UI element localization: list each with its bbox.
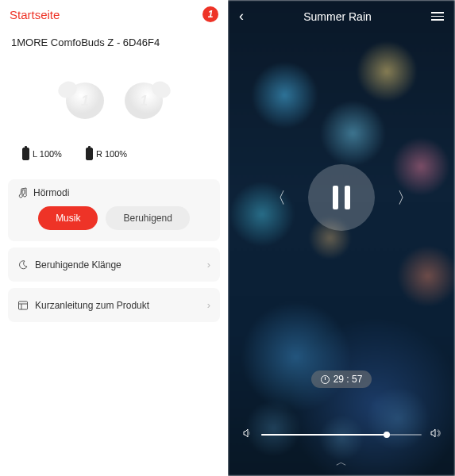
next-button[interactable]: 〉	[397, 187, 413, 209]
mode-buttons: Musik Beruhigend	[17, 206, 210, 233]
volume-up-icon[interactable]	[430, 428, 441, 441]
volume-fill	[261, 434, 387, 436]
soothing-sounds-row[interactable]: Beruhigende Klänge ›	[8, 248, 220, 282]
clock-icon	[321, 375, 330, 384]
sleep-timer[interactable]: 29 : 57	[311, 370, 372, 388]
brand-badge-icon[interactable]: 1	[202, 6, 218, 22]
mode-calm-button[interactable]: Beruhigend	[106, 206, 189, 230]
product-image: 1 1	[0, 48, 228, 140]
left-header: Startseite 1	[0, 0, 228, 29]
guide-icon	[17, 300, 29, 311]
soothing-sounds-label: Beruhigende Klänge	[35, 259, 121, 271]
pause-icon	[333, 186, 350, 209]
svg-text:1: 1	[139, 93, 147, 109]
device-name: 1MORE ComfoBuds Z - 6D46F4	[0, 29, 228, 48]
battery-status: L 100% R 100%	[0, 140, 228, 176]
battery-left-label: L 100%	[33, 149, 62, 159]
volume-row	[228, 428, 455, 455]
play-pause-button[interactable]	[308, 164, 375, 231]
volume-slider[interactable]	[261, 434, 422, 436]
quick-guide-row[interactable]: Kurzanleitung zum Produkt ›	[8, 288, 220, 322]
device-screen: Startseite 1 1MORE ComfoBuds Z - 6D46F4 …	[0, 0, 228, 476]
battery-right: R 100%	[86, 148, 127, 160]
volume-down-icon[interactable]	[242, 428, 253, 441]
battery-right-label: R 100%	[96, 149, 127, 159]
quick-guide-label: Kurzanleitung zum Produkt	[35, 300, 149, 311]
collapse-button[interactable]: ︿	[228, 455, 455, 476]
listening-modes-card: Hörmodi Musik Beruhigend	[8, 179, 220, 241]
earbud-right-icon: 1	[121, 72, 177, 124]
volume-thumb[interactable]	[384, 432, 390, 438]
menu-icon[interactable]	[431, 12, 444, 21]
note-icon	[17, 187, 29, 198]
player-screen: ‹ Summer Rain 〈 〉 29 : 57	[228, 0, 455, 476]
timer-value: 29 : 57	[334, 374, 363, 385]
moon-icon	[17, 259, 29, 271]
mode-music-button[interactable]: Musik	[38, 206, 98, 230]
modes-title-row: Hörmodi	[17, 187, 210, 198]
track-title: Summer Rain	[303, 10, 372, 23]
home-title: Startseite	[10, 8, 60, 21]
svg-rect-6	[19, 301, 28, 309]
previous-button[interactable]: 〈	[270, 187, 286, 209]
chevron-right-icon: ›	[207, 259, 210, 271]
svg-text:1: 1	[80, 93, 88, 109]
earbud-left-icon: 1	[52, 72, 107, 124]
player-header: ‹ Summer Rain	[228, 0, 455, 25]
chevron-right-icon: ›	[207, 299, 210, 311]
battery-icon	[86, 148, 93, 160]
battery-icon	[22, 148, 29, 160]
back-button[interactable]: ‹	[239, 8, 244, 25]
player-controls: 〈 〉	[228, 40, 455, 355]
modes-label: Hörmodi	[33, 187, 69, 198]
battery-left: L 100%	[22, 148, 62, 160]
